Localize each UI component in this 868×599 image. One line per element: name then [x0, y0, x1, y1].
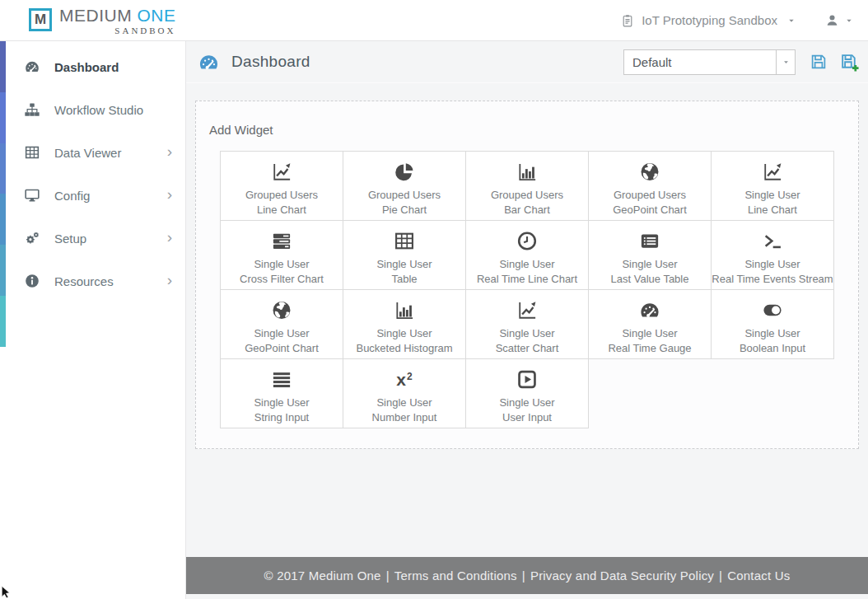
save-dashboard-button[interactable]	[809, 52, 828, 72]
table-widget-icon	[393, 230, 416, 252]
sidebar-item-label: Workflow Studio	[54, 103, 143, 117]
widget-group-label: Single User	[499, 395, 554, 410]
sidebar-item[interactable]: Workflow Studio	[0, 88, 185, 131]
play-square-icon	[516, 368, 539, 391]
sidebar-item-label: Setup	[54, 232, 86, 246]
line-chart-icon	[761, 161, 784, 183]
widget-group-label: Grouped Users	[368, 188, 441, 203]
list-alt-icon	[638, 230, 661, 252]
widget-type-label: User Input	[499, 410, 554, 425]
widget-type-label: Cross Filter Chart	[240, 272, 324, 287]
widget-cell[interactable]: Single User Real Time Gauge	[588, 289, 712, 359]
brand-logo[interactable]: M MEDIUM ONE SANDBOX	[29, 6, 176, 35]
chevron-right-icon: ›	[167, 272, 172, 290]
workspace-label: IoT Prototyping Sandbox	[642, 13, 777, 27]
widget-cell[interactable]: Single User User Input	[465, 358, 589, 428]
workspace-selector[interactable]: IoT Prototyping Sandbox	[620, 13, 796, 28]
widget-group-label: Single User	[477, 257, 577, 272]
brand-name-primary: MEDIUM	[59, 6, 138, 25]
widget-cell[interactable]: Grouped Users Bar Chart	[465, 151, 589, 221]
sidebar-item-label: Resources	[54, 274, 114, 288]
chevron-right-icon: ›	[167, 186, 172, 204]
widget-cell[interactable]: Single User Line Chart	[711, 151, 834, 221]
caret-down-icon	[787, 16, 796, 25]
dashboard-preset-select[interactable]: Default	[623, 49, 796, 75]
gauge-icon	[24, 58, 40, 75]
align-justify-icon	[270, 368, 293, 391]
widget-type-label: Real Time Events Stream	[712, 272, 833, 287]
sidebar-item[interactable]: Setup ›	[0, 217, 185, 260]
top-bar: M MEDIUM ONE SANDBOX IoT Prototyping San…	[0, 0, 868, 41]
line-chart-icon	[270, 161, 293, 183]
page-title: Dashboard	[231, 53, 310, 71]
terminal-icon	[761, 230, 784, 252]
widget-type-label: Number Input	[372, 410, 437, 425]
widget-cell[interactable]: Single User Real Time Line Chart	[465, 220, 589, 290]
widget-group-label: Single User	[372, 395, 437, 410]
mouse-cursor	[1, 586, 12, 599]
widget-cell[interactable]: Grouped Users GeoPoint Chart	[588, 151, 712, 221]
footer-link-terms[interactable]: Terms and Conditions	[394, 569, 517, 583]
widget-cell[interactable]: Single User Last Value Table	[588, 220, 712, 290]
widget-cell[interactable]: x2 Single User Number Input	[343, 358, 466, 428]
widget-cell[interactable]: Single User Boolean Input	[711, 289, 834, 359]
widget-cell[interactable]: Single User GeoPoint Chart	[220, 289, 343, 359]
save-dashboard-as-new-button[interactable]	[839, 52, 859, 72]
sitemap-icon	[24, 101, 40, 118]
widget-group-label: Single User	[376, 257, 432, 272]
widget-type-label: Real Time Line Chart	[477, 272, 577, 287]
brand-tagline: SANDBOX	[59, 26, 176, 35]
widget-type-label: Bucketed Histogram	[356, 341, 452, 356]
widget-type-label: String Input	[254, 410, 309, 425]
add-widget-title: Add Widget	[209, 123, 846, 137]
clipboard-icon	[620, 13, 635, 28]
chevron-right-icon: ›	[167, 229, 172, 247]
widget-type-label: Real Time Gauge	[608, 341, 691, 356]
info-icon	[24, 273, 40, 289]
widget-group-label: Single User	[608, 326, 691, 341]
gauge-icon	[638, 299, 661, 321]
select-caret-box[interactable]	[776, 50, 795, 74]
widget-type-label: GeoPoint Chart	[245, 341, 319, 356]
main-area: Dashboard Default Add Widget Grouped Use…	[185, 41, 868, 599]
widget-type-label: Boolean Input	[740, 341, 805, 356]
line-chart-icon	[516, 299, 539, 321]
widget-cell[interactable]: Single User Cross Filter Chart	[220, 220, 343, 290]
brand-logo-mark-icon: M	[29, 8, 52, 31]
sidebar-item[interactable]: Resources ›	[0, 260, 185, 302]
widget-cell[interactable]: Single User Bucketed Histogram	[343, 289, 466, 359]
table-icon	[24, 144, 40, 161]
globe-icon	[270, 299, 293, 321]
add-widget-panel: Add Widget Grouped Users Line Chart Grou…	[195, 101, 859, 449]
footer-copyright: © 2017 Medium One	[264, 569, 381, 583]
sidebar-item[interactable]: Dashboard	[0, 45, 185, 88]
sidebar-item[interactable]: Data Viewer ›	[0, 131, 185, 174]
clock-icon	[516, 230, 539, 252]
widget-cell[interactable]: Grouped Users Pie Chart	[343, 151, 466, 221]
sidebar-item-label: Dashboard	[54, 60, 119, 74]
widget-type-label: Line Chart	[245, 203, 318, 218]
user-menu[interactable]	[825, 13, 853, 27]
widget-cell[interactable]: Single User Table	[343, 220, 466, 290]
sidebar-accent-strip	[0, 41, 6, 347]
widget-group-label: Single User	[740, 326, 805, 341]
widget-cell[interactable]: Single User Real Time Events Stream	[711, 220, 834, 290]
caret-down-icon	[845, 16, 853, 25]
widget-cell[interactable]: Single User Scatter Chart	[465, 289, 589, 359]
sidebar-item-label: Data Viewer	[54, 146, 121, 160]
footer-separator: |	[386, 569, 390, 583]
widget-group-label: Single User	[254, 395, 309, 410]
footer-link-contact[interactable]: Contact Us	[727, 569, 790, 583]
widget-cell[interactable]: Single User String Input	[220, 358, 343, 428]
widget-group-label: Grouped Users	[245, 188, 318, 203]
footer-link-privacy[interactable]: Privacy and Data Security Policy	[530, 569, 714, 583]
widget-group-label: Single User	[611, 257, 689, 272]
widget-type-label: Pie Chart	[368, 203, 441, 218]
widget-type-label: Line Chart	[744, 203, 800, 218]
widget-cell[interactable]: Grouped Users Line Chart	[220, 151, 343, 221]
save-icon	[809, 52, 828, 72]
footer: © 2017 Medium One|Terms and Conditions|P…	[186, 557, 868, 594]
sidebar-item[interactable]: Config ›	[0, 174, 185, 217]
footer-separator: |	[719, 569, 722, 583]
sidebar-item-label: Config	[54, 189, 90, 203]
